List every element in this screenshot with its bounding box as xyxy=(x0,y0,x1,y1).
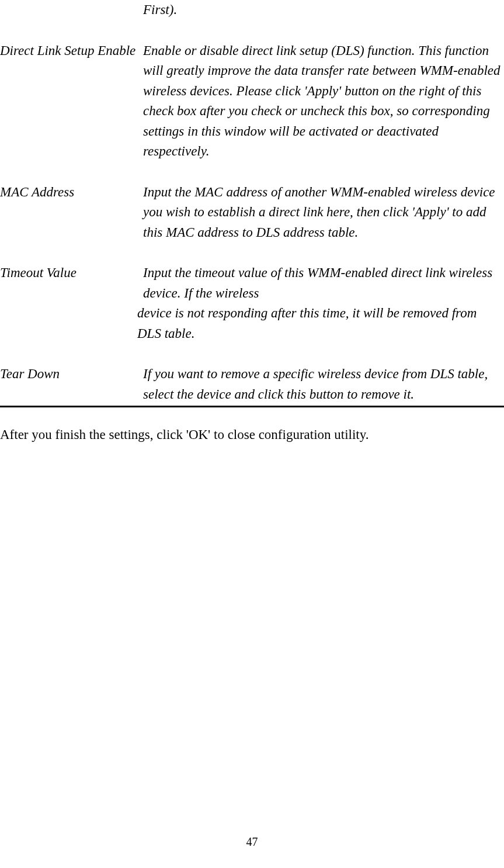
desc-timeout-value: Input the timeout value of this WMM-enab… xyxy=(143,263,504,344)
term-direct-link: Direct Link Setup Enable xyxy=(0,41,143,61)
page-number: 47 xyxy=(0,833,504,850)
desc-timeout-part1: Input the timeout value of this WMM-enab… xyxy=(143,265,492,300)
desc-tear-down: If you want to remove a specific wireles… xyxy=(143,364,504,404)
entry-direct-link: Direct Link Setup Enable Enable or disab… xyxy=(0,41,504,162)
fragment-first: First). xyxy=(143,0,504,20)
term-tear-down: Tear Down xyxy=(0,364,143,385)
after-settings-text: After you finish the settings, click 'OK… xyxy=(0,425,504,445)
term-timeout-value: Timeout Value xyxy=(0,263,143,283)
entry-mac-address: MAC Address Input the MAC address of ano… xyxy=(0,182,504,243)
section-divider xyxy=(0,406,504,407)
desc-direct-link: Enable or disable direct link setup (DLS… xyxy=(143,41,504,162)
entry-tear-down: Tear Down If you want to remove a specif… xyxy=(0,364,504,404)
entry-timeout-value: Timeout Value Input the timeout value of… xyxy=(0,263,504,344)
term-mac-address: MAC Address xyxy=(0,182,143,203)
desc-timeout-part2: device is not responding after this time… xyxy=(137,303,501,344)
desc-mac-address: Input the MAC address of another WMM-ena… xyxy=(143,182,504,243)
